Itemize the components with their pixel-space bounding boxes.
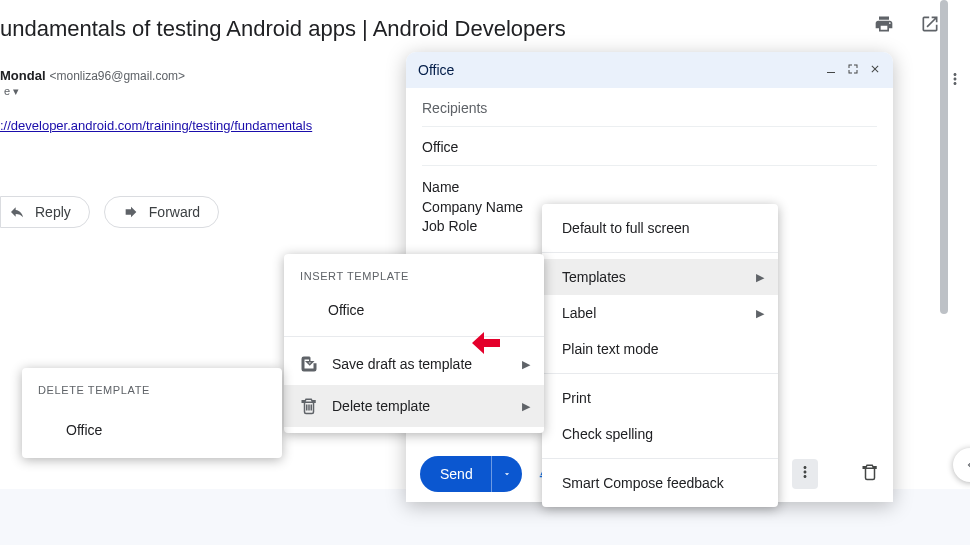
submenu-arrow-icon: ▶ — [756, 307, 764, 320]
reply-button[interactable]: Reply — [0, 196, 90, 228]
sender-email: <monliza96@gmail.com> — [50, 69, 186, 83]
template-item-office[interactable]: Office — [284, 290, 544, 330]
menu-templates[interactable]: Templates ▶ — [542, 259, 778, 295]
send-button-group: Send — [420, 456, 522, 492]
send-options-dropdown[interactable] — [491, 456, 522, 492]
email-body-link[interactable]: ://developer.android.com/training/testin… — [0, 118, 312, 133]
fullscreen-icon[interactable] — [847, 62, 859, 78]
delete-template-label: Delete template — [332, 398, 430, 414]
compose-more-menu: Default to full screen Templates ▶ Label… — [542, 204, 778, 507]
delete-template[interactable]: Delete template ▶ — [284, 385, 544, 427]
save-draft-label: Save draft as template — [332, 356, 472, 372]
templates-submenu: INSERT TEMPLATE Office Save draft as tem… — [284, 254, 544, 433]
reply-label: Reply — [35, 204, 71, 220]
delete-template-submenu: DELETE TEMPLATE Office — [22, 368, 282, 458]
discard-draft-icon[interactable] — [861, 463, 879, 485]
more-options-icon[interactable] — [792, 459, 818, 489]
message-more-icon[interactable] — [946, 70, 964, 92]
side-nav-chevron[interactable] — [953, 448, 970, 482]
submenu-arrow-icon: ▶ — [522, 400, 530, 413]
annotation-arrow-icon — [472, 332, 500, 354]
svg-rect-0 — [827, 72, 835, 73]
insert-template-header: INSERT TEMPLATE — [284, 260, 544, 290]
delete-template-header: DELETE TEMPLATE — [22, 374, 282, 410]
sender-name: Mondal — [0, 68, 46, 83]
subject-field[interactable]: Office — [422, 127, 877, 166]
menu-label-label: Label — [562, 305, 596, 321]
submenu-arrow-icon: ▶ — [756, 271, 764, 284]
menu-check-spelling[interactable]: Check spelling — [542, 416, 778, 452]
menu-smart-compose-feedback[interactable]: Smart Compose feedback — [542, 465, 778, 501]
minimize-icon[interactable] — [825, 62, 837, 78]
menu-plain-text[interactable]: Plain text mode — [542, 331, 778, 367]
delete-template-item-office[interactable]: Office — [22, 410, 282, 452]
close-icon[interactable] — [869, 62, 881, 78]
forward-label: Forward — [149, 204, 200, 220]
compose-title: Office — [418, 62, 454, 78]
menu-print[interactable]: Print — [542, 380, 778, 416]
open-in-new-icon[interactable] — [920, 14, 940, 38]
save-draft-as-template[interactable]: Save draft as template ▶ — [284, 343, 544, 385]
send-button[interactable]: Send — [420, 466, 491, 482]
body-line: Name — [422, 178, 877, 198]
print-icon[interactable] — [874, 14, 894, 38]
scrollbar-thumb[interactable] — [940, 0, 948, 314]
forward-button[interactable]: Forward — [104, 196, 219, 228]
menu-label[interactable]: Label ▶ — [542, 295, 778, 331]
menu-templates-label: Templates — [562, 269, 626, 285]
menu-default-fullscreen[interactable]: Default to full screen — [542, 210, 778, 246]
submenu-arrow-icon: ▶ — [522, 358, 530, 371]
recipients-field[interactable]: Recipients — [422, 88, 877, 127]
